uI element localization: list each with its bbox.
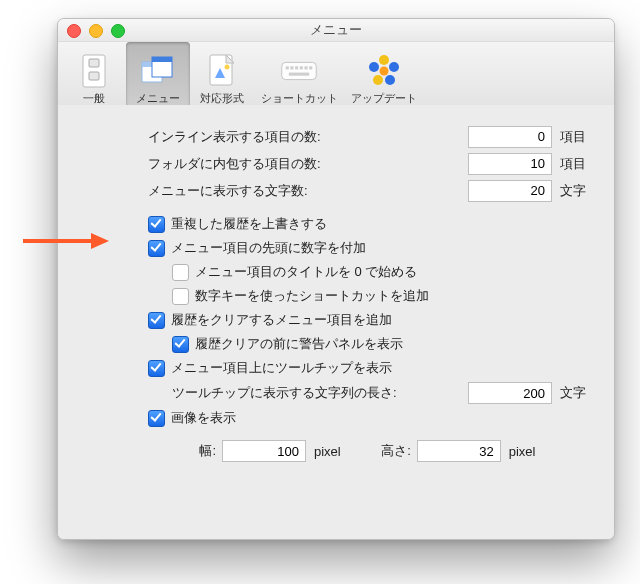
- svg-rect-10: [286, 66, 289, 69]
- toolbar: 一般 メニュー 対応形式 ショートカット: [58, 42, 614, 107]
- svg-rect-13: [300, 66, 303, 69]
- svg-rect-12: [295, 66, 298, 69]
- char-count-input[interactable]: [468, 180, 552, 202]
- inline-count-unit: 項目: [560, 128, 586, 146]
- svg-rect-2: [89, 72, 99, 80]
- tab-menu[interactable]: メニュー: [126, 42, 190, 110]
- checkbox-overwrite[interactable]: [148, 216, 165, 233]
- checkbox-numkey-label: 数字キーを使ったショートカットを追加: [195, 287, 429, 305]
- checkbox-warn[interactable]: [172, 336, 189, 353]
- zoom-icon[interactable]: [111, 24, 125, 38]
- minimize-icon[interactable]: [89, 24, 103, 38]
- svg-rect-1: [89, 59, 99, 67]
- svg-rect-6: [152, 57, 172, 62]
- checkbox-image[interactable]: [148, 410, 165, 427]
- titlebar[interactable]: メニュー: [58, 19, 614, 42]
- inline-count-input[interactable]: [468, 126, 552, 148]
- preferences-window: メニュー 一般 メニュー 対応形式: [57, 18, 615, 540]
- checkbox-row-tooltip[interactable]: メニュー項目上にツールチップを表示: [148, 356, 586, 380]
- tab-label: ショートカット: [261, 91, 338, 106]
- inline-count-label: インライン表示する項目の数:: [148, 128, 353, 146]
- svg-point-19: [385, 75, 395, 85]
- width-input[interactable]: [222, 440, 306, 462]
- char-count-label: メニューに表示する文字数:: [148, 182, 353, 200]
- svg-rect-14: [304, 66, 307, 69]
- checkbox-row-prefix-number[interactable]: メニュー項目の先頭に数字を付加: [148, 236, 586, 260]
- tab-label: アップデート: [351, 91, 417, 106]
- tab-label: 対応形式: [200, 91, 244, 106]
- close-icon[interactable]: [67, 24, 81, 38]
- svg-point-18: [389, 62, 399, 72]
- checkbox-warn-label: 履歴クリアの前に警告パネルを表示: [195, 335, 403, 353]
- tab-shortcut[interactable]: ショートカット: [254, 42, 344, 110]
- checkbox-row-image[interactable]: 画像を表示: [148, 406, 586, 430]
- checkbox-clear-item-label: 履歴をクリアするメニュー項目を追加: [171, 311, 392, 329]
- checkbox-title-zero-label: メニュー項目のタイトルを 0 で始める: [195, 263, 417, 281]
- svg-point-20: [373, 75, 383, 85]
- svg-point-21: [369, 62, 379, 72]
- folder-count-unit: 項目: [560, 155, 586, 173]
- tab-label: メニュー: [136, 91, 180, 106]
- checkbox-row-numkey[interactable]: 数字キーを使ったショートカットを追加: [172, 284, 586, 308]
- tooltip-length-unit: 文字: [560, 384, 586, 402]
- tab-label: 一般: [83, 91, 105, 106]
- tab-update[interactable]: アップデート: [344, 42, 424, 110]
- window-title: メニュー: [310, 22, 362, 37]
- keyboard-icon: [281, 53, 317, 89]
- tab-general[interactable]: 一般: [62, 42, 126, 110]
- checkbox-row-warn[interactable]: 履歴クリアの前に警告パネルを表示: [172, 332, 586, 356]
- checkbox-row-clear-item[interactable]: 履歴をクリアするメニュー項目を追加: [148, 308, 586, 332]
- checkbox-prefix-number[interactable]: [148, 240, 165, 257]
- svg-rect-9: [282, 62, 316, 79]
- windows-icon: [140, 53, 176, 89]
- width-unit: pixel: [314, 444, 341, 459]
- char-count-unit: 文字: [560, 182, 586, 200]
- svg-point-8: [225, 65, 230, 70]
- svg-rect-11: [290, 66, 293, 69]
- svg-point-17: [379, 55, 389, 65]
- height-label: 高さ:: [367, 442, 411, 460]
- checkbox-numkey[interactable]: [172, 288, 189, 305]
- folder-count-input[interactable]: [468, 153, 552, 175]
- checkbox-overwrite-label: 重複した履歴を上書きする: [171, 215, 327, 233]
- svg-rect-16: [289, 73, 309, 76]
- checkbox-prefix-number-label: メニュー項目の先頭に数字を付加: [171, 239, 366, 257]
- checkbox-title-zero[interactable]: [172, 264, 189, 281]
- tooltip-length-label: ツールチップに表示する文字列の長さ:: [172, 384, 412, 402]
- flower-icon: [366, 53, 402, 89]
- width-label: 幅:: [172, 442, 216, 460]
- height-unit: pixel: [509, 444, 536, 459]
- checkbox-tooltip[interactable]: [148, 360, 165, 377]
- switches-icon: [76, 53, 112, 89]
- checkbox-row-overwrite[interactable]: 重複した履歴を上書きする: [148, 212, 586, 236]
- folder-count-label: フォルダに内包する項目の数:: [148, 155, 353, 173]
- checkbox-image-label: 画像を表示: [171, 409, 236, 427]
- traffic-lights: [67, 24, 125, 38]
- height-input[interactable]: [417, 440, 501, 462]
- tooltip-length-input[interactable]: [468, 382, 552, 404]
- appfile-icon: [204, 53, 240, 89]
- svg-rect-15: [309, 66, 312, 69]
- menu-pane: インライン表示する項目の数: 項目 フォルダに内包する項目の数: 項目 メニュー…: [58, 105, 614, 539]
- checkbox-tooltip-label: メニュー項目上にツールチップを表示: [171, 359, 392, 377]
- checkbox-clear-item[interactable]: [148, 312, 165, 329]
- tab-format[interactable]: 対応形式: [190, 42, 254, 110]
- svg-point-22: [380, 67, 389, 76]
- checkbox-row-title-zero[interactable]: メニュー項目のタイトルを 0 で始める: [172, 260, 586, 284]
